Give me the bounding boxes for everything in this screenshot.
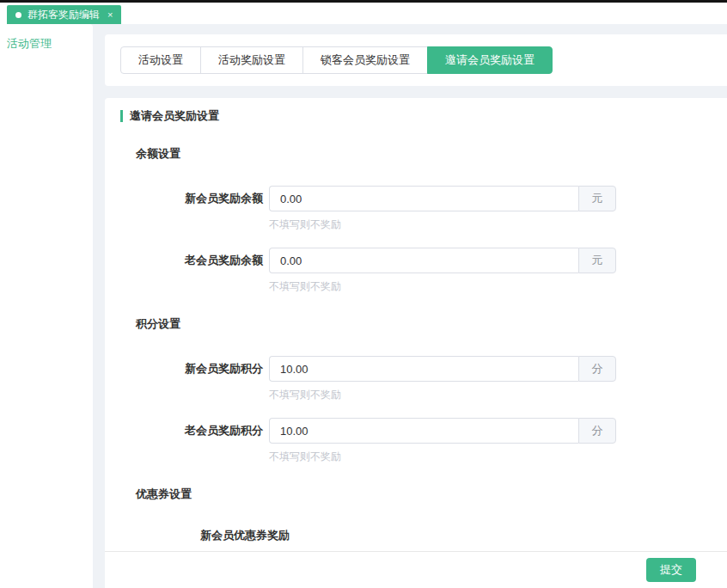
- tab-invite-member-reward-settings[interactable]: 邀请会员奖励设置: [427, 46, 553, 74]
- tab-close-icon[interactable]: ×: [107, 9, 113, 20]
- new-member-balance-unit: 元: [578, 186, 616, 211]
- submit-button[interactable]: 提交: [646, 558, 696, 582]
- section-accent-bar: [120, 110, 123, 122]
- window-tab-title: 群拓客奖励编辑: [27, 8, 100, 22]
- old-member-points-unit: 分: [578, 418, 616, 444]
- new-member-points-input[interactable]: [269, 356, 578, 382]
- old-member-balance-input-group: 元: [269, 248, 616, 273]
- new-member-points-field: 新会员奖励积分 分 不填写则不奖励: [120, 356, 727, 402]
- sidebar: 活动管理: [0, 24, 93, 588]
- new-member-balance-input-group: 元: [269, 186, 616, 211]
- old-member-balance-hint: 不填写则不奖励: [269, 279, 727, 294]
- section-header: 邀请会员奖励设置: [120, 108, 727, 124]
- points-settings-group: 积分设置 新会员奖励积分 分 不填写则不奖励 老会员奖励积分: [120, 316, 727, 464]
- settings-tabs-card: 活动设置 活动奖励设置 锁客会员奖励设置 邀请会员奖励设置: [105, 34, 727, 86]
- window-tab-active[interactable]: 群拓客奖励编辑 ×: [7, 5, 121, 24]
- old-member-balance-unit: 元: [578, 248, 616, 273]
- old-member-points-field: 老会员奖励积分 分 不填写则不奖励: [120, 418, 727, 464]
- form-card: 邀请会员奖励设置 余额设置 新会员奖励余额 元 不填写则不奖励: [105, 98, 727, 551]
- new-member-points-hint: 不填写则不奖励: [269, 388, 727, 402]
- coupon-group-title: 优惠券设置: [136, 487, 727, 502]
- tab-lock-member-reward-settings[interactable]: 锁客会员奖励设置: [302, 46, 428, 74]
- footer-bar: 提交: [105, 551, 727, 588]
- balance-settings-group: 余额设置 新会员奖励余额 元 不填写则不奖励 老会员奖励余额: [120, 146, 727, 294]
- new-member-balance-field: 新会员奖励余额 元 不填写则不奖励: [120, 186, 727, 232]
- old-member-balance-input[interactable]: [269, 248, 578, 273]
- new-member-balance-label: 新会员奖励余额: [120, 191, 263, 206]
- new-member-points-input-group: 分: [269, 356, 616, 382]
- main-layout: 活动管理 活动设置 活动奖励设置 锁客会员奖励设置 邀请会员奖励设置 邀请会员奖…: [0, 24, 727, 588]
- old-member-balance-field: 老会员奖励余额 元 不填写则不奖励: [120, 248, 727, 294]
- sidebar-item-activity-management[interactable]: 活动管理: [7, 36, 86, 52]
- section-title: 邀请会员奖励设置: [130, 108, 219, 124]
- points-group-title: 积分设置: [136, 316, 727, 332]
- tab-activity-reward-settings[interactable]: 活动奖励设置: [200, 46, 303, 74]
- tab-active-dot-icon: [15, 12, 21, 18]
- old-member-points-input[interactable]: [269, 418, 578, 444]
- old-member-points-label: 老会员奖励积分: [120, 423, 263, 438]
- coupon-settings-group: 优惠券设置 新会员优惠券奖励 选择优惠券: [120, 487, 727, 551]
- new-member-balance-hint: 不填写则不奖励: [269, 217, 727, 232]
- new-member-coupon-label: 新会员优惠券奖励: [200, 528, 727, 543]
- new-member-points-unit: 分: [578, 356, 616, 382]
- old-member-points-input-group: 分: [269, 418, 616, 444]
- window-tab-bar: 群拓客奖励编辑 ×: [0, 3, 727, 24]
- tab-activity-settings[interactable]: 活动设置: [120, 46, 201, 74]
- old-member-balance-label: 老会员奖励余额: [120, 253, 263, 268]
- balance-group-title: 余额设置: [136, 146, 727, 162]
- new-member-balance-input[interactable]: [269, 186, 578, 211]
- old-member-points-hint: 不填写则不奖励: [269, 450, 727, 464]
- new-member-points-label: 新会员奖励积分: [120, 361, 263, 377]
- main-area: 活动设置 活动奖励设置 锁客会员奖励设置 邀请会员奖励设置 邀请会员奖励设置 余…: [93, 24, 727, 588]
